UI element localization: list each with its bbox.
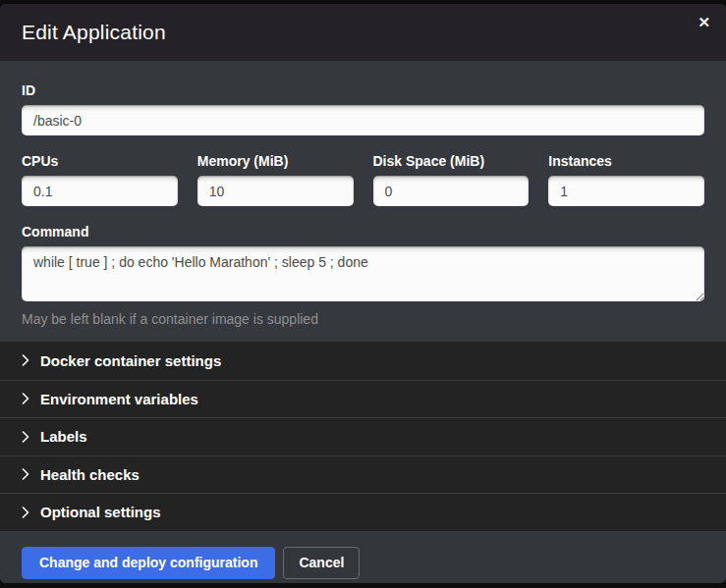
section-optional-settings[interactable]: Optional settings (0, 493, 726, 531)
modal-header: Edit Application ✕ (0, 4, 726, 61)
instances-label: Instances (548, 153, 704, 169)
section-environment-variables[interactable]: Environment variables (0, 380, 726, 418)
section-label: Environment variables (40, 391, 198, 407)
section-health-checks[interactable]: Health checks (0, 455, 726, 494)
chevron-right-icon (22, 354, 29, 366)
id-field-block: ID (22, 82, 704, 135)
section-label: Docker container settings (40, 352, 221, 369)
modal-title: Edit Application (22, 21, 166, 44)
disk-input[interactable] (373, 176, 530, 206)
disk-label: Disk Space (MiB) (373, 153, 530, 169)
chevron-right-icon (22, 393, 29, 404)
edit-application-modal: Edit Application ✕ ID CPUs Memory (MiB) … (0, 4, 726, 583)
chevron-right-icon (22, 468, 29, 480)
resources-row: CPUs Memory (MiB) Disk Space (MiB) Insta… (22, 153, 704, 206)
section-label: Labels (40, 428, 87, 445)
section-label: Optional settings (40, 504, 161, 520)
cpus-input[interactable] (22, 176, 178, 206)
id-label: ID (22, 82, 704, 98)
cancel-button[interactable]: Cancel (283, 547, 360, 579)
page-backdrop: Edit Application ✕ ID CPUs Memory (MiB) … (0, 0, 726, 588)
section-label: Health checks (40, 466, 140, 483)
change-and-deploy-button[interactable]: Change and deploy configuration (22, 547, 275, 579)
section-labels[interactable]: Labels (0, 417, 726, 455)
memory-input[interactable] (197, 176, 354, 206)
chevron-right-icon (22, 431, 29, 443)
modal-form: ID CPUs Memory (MiB) Disk Space (MiB) In (0, 61, 726, 342)
close-icon[interactable]: ✕ (698, 15, 710, 29)
modal-footer: Change and deploy configuration Cancel (0, 531, 726, 584)
instances-field-block: Instances (548, 153, 704, 206)
id-input[interactable] (22, 105, 704, 135)
command-label: Command (22, 224, 704, 240)
cpus-field-block: CPUs (22, 153, 178, 206)
memory-label: Memory (MiB) (197, 153, 354, 169)
disk-field-block: Disk Space (MiB) (373, 153, 530, 206)
section-docker-container-settings[interactable]: Docker container settings (0, 342, 726, 380)
command-field-block: Command while [ true ] ; do echo 'Hello … (22, 224, 704, 327)
command-textarea[interactable]: while [ true ] ; do echo 'Hello Marathon… (22, 246, 704, 301)
chevron-right-icon (22, 507, 29, 518)
cpus-label: CPUs (22, 153, 178, 169)
memory-field-block: Memory (MiB) (197, 153, 354, 206)
instances-input[interactable] (548, 176, 704, 206)
collapsible-sections: Docker container settings Environment va… (0, 342, 726, 531)
command-help-text: May be left blank if a container image i… (22, 311, 704, 327)
